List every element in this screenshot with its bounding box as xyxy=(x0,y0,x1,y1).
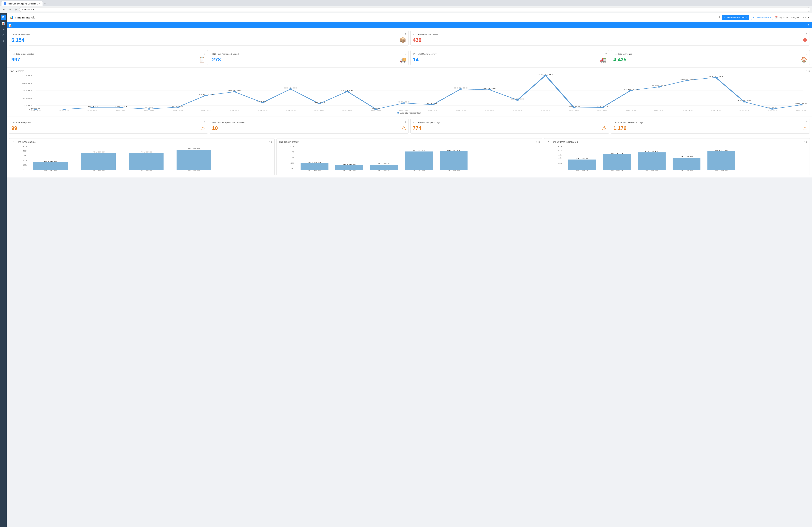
svg-text:337.00: 337.00 xyxy=(652,85,666,87)
svg-text:5.74: 5.74 xyxy=(610,170,624,172)
svg-text:08-03: 08-03 xyxy=(484,110,494,111)
sidebar-icon-cloud[interactable]: ☁ xyxy=(1,27,6,32)
metric-out-for-delivery-info[interactable]: ? xyxy=(606,53,607,55)
metric-total-deliveries-info[interactable]: ? xyxy=(806,53,807,55)
metric-packages-shipped-info[interactable]: ? xyxy=(405,53,406,55)
svg-text:500: 500 xyxy=(23,75,32,77)
svg-text:4.55: 4.55 xyxy=(139,170,153,172)
top-metrics-row: TNT-Total Packages ? 6,154 📦 TNT-Total O… xyxy=(7,28,812,48)
svg-text:1: 1 xyxy=(23,169,27,170)
svg-text:07-27: 07-27 xyxy=(286,110,296,111)
svg-text:08-12: 08-12 xyxy=(683,110,693,111)
svg-text:4: 4 xyxy=(290,151,294,153)
otd-info-icon[interactable]: ? xyxy=(803,141,805,143)
svg-rect-120 xyxy=(370,165,398,170)
svg-text:27.00: 27.00 xyxy=(596,106,608,107)
tab-favicon xyxy=(4,2,6,5)
date-range[interactable]: 📅 July 18, 2021 - August 17, 2021 ▾ xyxy=(775,16,809,19)
svg-text:25.00: 25.00 xyxy=(115,106,127,108)
refresh-button[interactable]: ↻ xyxy=(14,8,18,12)
line-chart-svg: 500 400 300 200 100 0 2.00 xyxy=(9,74,810,111)
days-delivered-section: Days Delivered ? ≡ 500 xyxy=(7,68,812,116)
chart-menu-icon[interactable]: ≡ xyxy=(809,70,810,72)
metric-total-packages-info[interactable]: ? xyxy=(405,33,406,35)
metric-not-shipped-5-days-value: 774 xyxy=(413,125,607,131)
time-in-transit-title: TNT-Time in Transit ? ≡ xyxy=(279,141,540,143)
svg-text:07-25: 07-25 xyxy=(230,110,240,111)
svg-text:4: 4 xyxy=(558,157,562,159)
svg-text:4: 4 xyxy=(558,154,562,156)
sidebar-icon-star[interactable]: ★ xyxy=(1,39,6,44)
svg-text:284.00: 284.00 xyxy=(624,89,638,90)
metric-order-created: TNT-Total Order Created ? 997 📋 xyxy=(9,50,208,65)
metric-exceptions-not-delivered-info[interactable]: ? xyxy=(405,121,406,124)
sidebar-icon-grid[interactable]: ⊞ xyxy=(1,15,6,20)
svg-text:95.00: 95.00 xyxy=(398,101,410,103)
metric-order-not-created-value: 430 xyxy=(413,37,808,43)
forward-button[interactable]: → xyxy=(8,8,12,12)
active-tab[interactable]: Multi-Carrier Shipping Optimiza... × xyxy=(1,1,43,6)
svg-rect-114 xyxy=(301,163,329,170)
chart-days-delivered-title: Days Delivered xyxy=(9,70,24,72)
tab-close-button[interactable]: × xyxy=(39,2,40,5)
svg-text:4.12: 4.12 xyxy=(412,170,426,172)
svg-text:08-06: 08-06 xyxy=(569,110,579,111)
svg-text:2.15: 2.15 xyxy=(44,160,57,162)
svg-text:5: 5 xyxy=(23,150,27,152)
metric-not-delivered-10-days-info[interactable]: ? xyxy=(806,121,807,124)
wh-bar-1 xyxy=(33,162,68,170)
metric-not-shipped-5-days-info[interactable]: ? xyxy=(606,121,607,124)
chart-info-icon[interactable]: ? xyxy=(806,70,807,72)
metric-order-not-created-info[interactable]: ? xyxy=(806,33,807,35)
top-bar: 📊 Time In Transit ℹ ↓ Download dashboard… xyxy=(7,13,812,22)
section-header[interactable]: 📊 ∧ xyxy=(7,22,812,28)
new-tab-button[interactable]: + xyxy=(43,1,47,6)
metric-total-exceptions-info[interactable]: ? xyxy=(204,121,205,124)
sidebar-icon-gear[interactable]: ⚙ xyxy=(1,32,6,38)
svg-text:07-23: 07-23 xyxy=(173,110,183,111)
svg-text:3.74: 3.74 xyxy=(575,158,589,159)
back-button[interactable]: ← xyxy=(2,8,6,12)
svg-text:263.00: 263.00 xyxy=(227,90,242,91)
section-collapse-icon[interactable]: ∧ xyxy=(808,23,810,27)
svg-text:08-14: 08-14 xyxy=(739,110,750,111)
svg-text:4.55: 4.55 xyxy=(91,151,105,153)
package-icon: 📦 xyxy=(400,37,406,43)
calendar-icon: 📅 xyxy=(775,16,778,19)
wh-menu-icon[interactable]: ≡ xyxy=(271,141,272,143)
transit-info-icon[interactable]: ? xyxy=(536,141,537,143)
time-in-transit-chart: 5 4 3 2 1 1.59 1.59 1.15 xyxy=(279,145,540,173)
otd-menu-icon[interactable]: ≡ xyxy=(806,141,807,143)
svg-text:07-22: 07-22 xyxy=(144,110,154,111)
svg-text:4.55: 4.55 xyxy=(139,151,153,153)
svg-text:07-31: 07-31 xyxy=(399,110,409,111)
sidebar-icon-chart[interactable]: 📊 xyxy=(1,20,6,26)
share-dashboard-button[interactable]: < Share dashboard xyxy=(751,15,773,20)
transit-menu-icon[interactable]: ≡ xyxy=(538,141,540,143)
metric-total-deliveries-value: 4,435 xyxy=(613,57,807,63)
svg-text:08-04: 08-04 xyxy=(512,110,523,111)
svg-text:08-01: 08-01 xyxy=(427,110,438,111)
wh-info-icon[interactable]: ? xyxy=(269,141,270,143)
metric-exceptions-not-delivered: TNT-Total Exceptions Not Delivered ? 10 … xyxy=(210,119,408,133)
house-icon: 🏠 xyxy=(801,57,807,63)
wh-bar-3 xyxy=(129,153,163,170)
svg-text:07-28: 07-28 xyxy=(314,110,324,111)
svg-text:6: 6 xyxy=(23,145,27,147)
time-in-transit-label: TNT-Time in Transit xyxy=(279,141,299,143)
svg-text:6.75: 6.75 xyxy=(714,149,728,151)
svg-text:139.00: 139.00 xyxy=(510,98,525,100)
svg-text:3: 3 xyxy=(290,157,294,158)
svg-text:425.00: 425.00 xyxy=(681,79,695,80)
svg-rect-138 xyxy=(603,154,631,170)
address-bar[interactable]: enveyo.com xyxy=(19,7,810,12)
svg-text:2: 2 xyxy=(23,164,27,166)
date-range-text: July 18, 2021 - August 17, 2021 ▾ xyxy=(779,16,809,19)
download-dashboard-button[interactable]: ↓ Download dashboard ▾ xyxy=(722,15,749,20)
svg-rect-123 xyxy=(405,152,433,170)
metric-order-created-info[interactable]: ? xyxy=(204,53,205,55)
svg-text:100: 100 xyxy=(23,105,32,106)
svg-text:4.20: 4.20 xyxy=(447,170,461,172)
info-icon[interactable]: ℹ xyxy=(719,16,720,19)
svg-text:07-29: 07-29 xyxy=(342,110,352,111)
